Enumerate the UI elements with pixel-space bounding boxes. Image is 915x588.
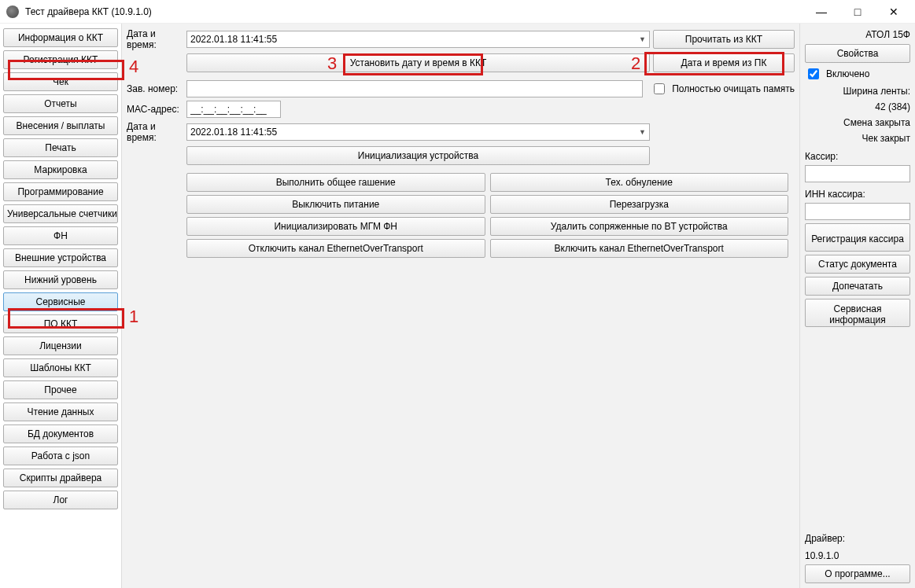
datetime-combo[interactable]: 2022.01.18 11:41:55 ▼ <box>186 31 650 48</box>
app-icon <box>6 6 19 18</box>
datetime-from-pc-button[interactable]: Дата и время из ПК <box>653 53 795 72</box>
nav-button[interactable]: Скрипты драйвера <box>3 469 118 487</box>
cashier-input[interactable] <box>805 165 910 182</box>
nav-button[interactable]: Лицензии <box>3 336 118 355</box>
about-button[interactable]: О программе... <box>805 564 910 583</box>
shift-status: Смена закрыта <box>805 117 910 128</box>
nav-button[interactable]: Универсальные счетчики <box>3 204 118 223</box>
doc-status-button[interactable]: Статус документа <box>805 255 910 274</box>
titlebar: Тест драйвера ККТ (10.9.1.0) — □ ✕ <box>0 0 915 24</box>
driver-label: Драйвер: <box>805 533 910 544</box>
mac-input[interactable] <box>186 101 281 118</box>
service-info-button[interactable]: Сервисная информация <box>805 299 910 327</box>
nav-button[interactable]: ПО ККТ <box>3 314 118 333</box>
nav-button[interactable]: Регистрация ККТ <box>3 50 118 69</box>
nav-button[interactable]: Внешние устройства <box>3 248 118 267</box>
nav-button[interactable]: Отчеты <box>3 94 118 113</box>
nav-button[interactable]: БД документов <box>3 424 118 443</box>
nav-button[interactable]: Программирование <box>3 182 118 201</box>
nav-button[interactable]: Лог <box>3 491 118 509</box>
chevron-down-icon: ▼ <box>639 128 646 136</box>
enabled-checkbox[interactable] <box>808 68 819 79</box>
serial-input[interactable] <box>186 80 643 97</box>
action-button[interactable]: Выключить питание <box>186 195 485 214</box>
datetime-label: Дата и время: <box>127 28 183 50</box>
set-datetime-kkt-button[interactable]: Установить дату и время в ККТ <box>186 53 650 72</box>
chevron-down-icon: ▼ <box>639 35 646 43</box>
tape-width-label: Ширина ленты: <box>805 86 910 97</box>
nav-button[interactable]: Чек <box>3 72 118 91</box>
nav-button[interactable]: ФН <box>3 226 118 245</box>
minimize-button[interactable]: — <box>803 1 839 23</box>
nav-button[interactable]: Прочее <box>3 380 118 399</box>
window-controls: — □ ✕ <box>803 1 912 23</box>
left-nav: Информация о ККТРегистрация ККТЧекОтчеты… <box>0 24 121 588</box>
mac-label: МАС-адрес: <box>127 104 183 115</box>
window-title: Тест драйвера ККТ (10.9.1.0) <box>25 6 803 17</box>
nav-button[interactable]: Шаблоны ККТ <box>3 358 118 377</box>
action-button[interactable]: Удалить сопряженные по BT устройства <box>490 217 789 236</box>
cashier-inn-label: ИНН кассира: <box>805 189 910 200</box>
device-name: АТОЛ 15Ф <box>805 29 910 40</box>
close-button[interactable]: ✕ <box>876 1 912 23</box>
reprint-button[interactable]: Допечатать <box>805 277 910 296</box>
datetime-combo-value: 2022.01.18 11:41:55 <box>190 34 277 45</box>
init-device-button[interactable]: Инициализация устройства <box>186 146 650 165</box>
nav-button[interactable]: Печать <box>3 138 118 157</box>
cashier-label: Кассир: <box>805 151 910 162</box>
datetime2-combo-value: 2022.01.18 11:41:55 <box>190 127 277 138</box>
center-panel: Дата и время: 2022.01.18 11:41:55 ▼ Проч… <box>121 24 800 588</box>
receipt-status: Чек закрыт <box>805 133 910 144</box>
register-cashier-button[interactable]: Регистрация кассира <box>805 223 910 252</box>
read-from-kkt-button[interactable]: Прочитать из ККТ <box>653 30 795 49</box>
enabled-label: Включено <box>826 68 869 79</box>
clear-memory-checkbox[interactable] <box>654 83 665 94</box>
clear-memory-label: Полностью очищать память <box>672 83 795 94</box>
tape-width-value: 42 (384) <box>805 101 910 112</box>
right-panel: АТОЛ 15Ф Свойства Включено Ширина ленты:… <box>800 24 915 588</box>
datetime2-label: Дата и время: <box>127 121 183 143</box>
serial-label: Зав. номер: <box>127 83 183 94</box>
nav-button[interactable]: Внесения / выплаты <box>3 116 118 135</box>
maximize-button[interactable]: □ <box>839 1 876 23</box>
action-button[interactable]: Отключить канал EthernetOverTransport <box>186 239 485 258</box>
properties-button[interactable]: Свойства <box>805 44 910 63</box>
nav-button[interactable]: Информация о ККТ <box>3 28 118 47</box>
driver-version: 10.9.1.0 <box>805 550 910 561</box>
cashier-inn-input[interactable] <box>805 203 910 220</box>
action-button[interactable]: Включить канал EthernetOverTransport <box>490 239 789 258</box>
nav-button[interactable]: Нижний уровень <box>3 270 118 289</box>
action-button[interactable]: Выполнить общее гашение <box>186 173 485 192</box>
action-button[interactable]: Инициализировать МГМ ФН <box>186 217 485 236</box>
action-button[interactable]: Тех. обнуление <box>490 173 789 192</box>
nav-button[interactable]: Сервисные <box>3 292 118 311</box>
action-button[interactable]: Перезагрузка <box>490 195 789 214</box>
nav-button[interactable]: Маркировка <box>3 160 118 179</box>
datetime2-combo[interactable]: 2022.01.18 11:41:55 ▼ <box>186 123 650 141</box>
nav-button[interactable]: Чтение данных <box>3 402 118 421</box>
nav-button[interactable]: Работа с json <box>3 447 118 465</box>
